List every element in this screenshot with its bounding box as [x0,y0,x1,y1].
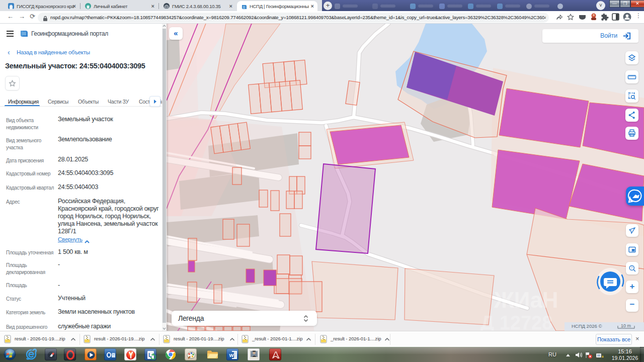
svg-text:10 m: 10 m [621,323,631,328]
svg-text:?: ? [631,266,633,269]
svg-text:W: W [229,352,234,358]
svg-text:ЖИаН: ЖИаН [494,288,558,312]
svg-text:НСПД 2026 ©: НСПД 2026 © [572,323,602,329]
svg-text:Д 12728: Д 12728 [480,312,552,331]
